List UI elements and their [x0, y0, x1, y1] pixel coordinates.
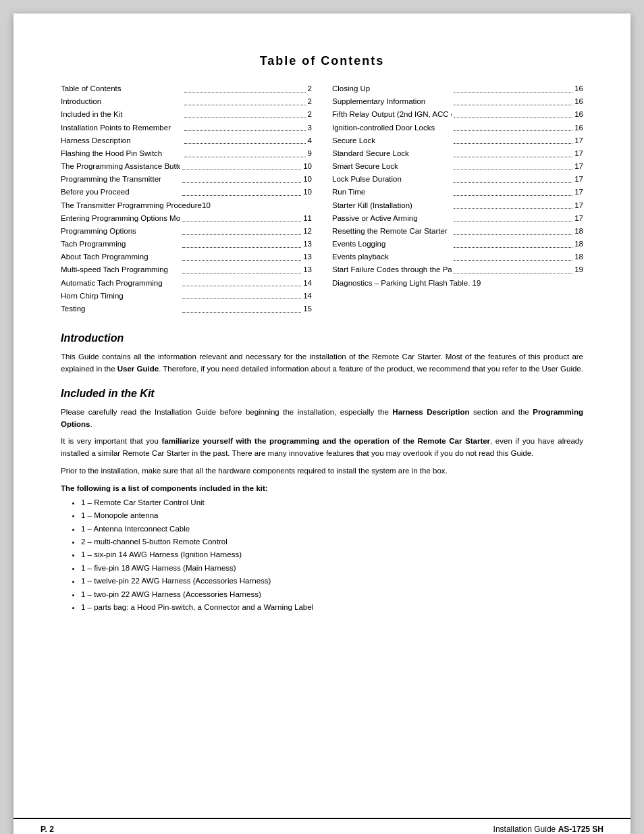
toc-dots: [184, 109, 306, 118]
toc-item-label: Programming Options: [61, 226, 180, 237]
toc-page-number: 2: [308, 109, 312, 120]
toc-item: Tach Programming13: [61, 238, 312, 250]
toc-page-number: 17: [574, 186, 583, 198]
toc-dots: [454, 174, 573, 183]
toc-page-number: 15: [303, 303, 312, 315]
toc-item-label: Standard Secure Lock: [332, 148, 452, 159]
list-item: 1 – Antenna Interconnect Cable: [81, 523, 583, 535]
toc-item-label: Fifth Relay Output (2nd IGN, ACC or CRAN…: [332, 109, 452, 120]
toc-item-label: Introduction: [61, 96, 182, 107]
toc-page-number: 9: [308, 148, 312, 159]
toc-item-label: Lock Pulse Duration: [332, 174, 452, 185]
toc-item-label: Secure Lock: [332, 135, 452, 147]
toc-dots: [184, 83, 306, 93]
toc-item: Secure Lock17: [332, 135, 583, 147]
toc-item: Passive or Active Arming17: [332, 213, 583, 224]
page-title: Table of Contents: [61, 54, 583, 68]
toc-dots: [182, 161, 302, 170]
list-item: 1 – parts bag: a Hood Pin-switch, a Conn…: [81, 601, 583, 613]
included-in-kit-title: Included in the Kit: [61, 388, 583, 400]
toc-dots: [182, 174, 302, 183]
toc-page-number: 19: [574, 264, 583, 276]
toc-dots: [182, 290, 302, 300]
toc-item-label: Before you Proceed: [61, 186, 180, 198]
toc-item: Supplementary Information16: [332, 96, 583, 107]
introduction-title: Introduction: [61, 332, 583, 344]
toc-item: Testing15: [61, 303, 312, 315]
toc-dots: [182, 278, 302, 287]
toc-item-label: Diagnostics – Parking Light Flash Table.…: [332, 278, 583, 289]
toc-item: Programming Options12: [61, 226, 312, 237]
page-footer: P. 2 Installation Guide AS-1725 SH: [14, 818, 630, 834]
toc-page-number: 3: [308, 122, 312, 134]
toc-page-number: 16: [574, 83, 583, 95]
toc-item: About Tach Programming13: [61, 251, 312, 263]
toc-page-number: 17: [574, 161, 583, 172]
toc-item: Standard Secure Lock17: [332, 148, 583, 159]
toc-page-number: 17: [574, 200, 583, 211]
toc-dots: [454, 83, 573, 93]
toc-page-number: 13: [303, 264, 312, 276]
toc-dots: [454, 135, 573, 145]
toc-item: Programming the Transmitter10: [61, 174, 312, 185]
toc-dots: [454, 238, 573, 248]
included-para3: Prior to the installation, make sure tha…: [61, 465, 583, 477]
toc-dots: [454, 109, 573, 118]
toc-item-label: Events Logging: [332, 238, 452, 250]
toc-item-label: Automatic Tach Programming: [61, 278, 180, 289]
toc-item-label: Resetting the Remote Car Starter: [332, 226, 452, 237]
toc-item: Lock Pulse Duration17: [332, 174, 583, 185]
footer-page-number: P. 2: [41, 825, 54, 834]
toc-item-label: Entering Programming Options Mode: [61, 213, 180, 224]
toc-dots: [182, 303, 302, 313]
toc-item: Automatic Tach Programming14: [61, 278, 312, 289]
toc-item-label: The Programming Assistance Button: [61, 161, 180, 172]
toc-item-label: Programming the Transmitter: [61, 174, 180, 185]
toc-item: Before you Proceed10: [61, 186, 312, 198]
toc-item: Resetting the Remote Car Starter18: [332, 226, 583, 237]
toc-page-number: 16: [574, 96, 583, 107]
toc-dots: [182, 226, 302, 235]
toc-item-label: Run Time: [332, 186, 452, 198]
toc-dots: [454, 148, 573, 157]
toc-dots: [454, 96, 573, 105]
toc-item-label: Closing Up: [332, 83, 452, 95]
toc-item: Start Failure Codes through the Parking …: [332, 264, 583, 276]
toc-item: The Programming Assistance Button10: [61, 161, 312, 172]
toc-page-number: 14: [303, 278, 312, 289]
toc-page-number: 17: [574, 148, 583, 159]
toc-page-number: 10: [303, 161, 312, 172]
list-item: 1 – twelve-pin 22 AWG Harness (Accessori…: [81, 575, 583, 587]
toc-item-label: Start Failure Codes through the Parking …: [332, 264, 452, 276]
toc-dots: [182, 186, 302, 196]
toc-item-label: About Tach Programming: [61, 251, 180, 263]
toc-item: Flashing the Hood Pin Switch9: [61, 148, 312, 159]
toc-page-number: 18: [574, 251, 583, 263]
toc-page-number: 16: [574, 122, 583, 134]
toc-item: Starter Kill (Installation)17: [332, 200, 583, 211]
toc-item: The Transmitter Programming Procedure10: [61, 200, 312, 211]
toc-item-label: Tach Programming: [61, 238, 180, 250]
footer-guide-info: Installation Guide AS-1725 SH: [493, 825, 603, 834]
toc-item-label: Starter Kill (Installation): [332, 200, 452, 211]
toc-dots: [454, 122, 573, 132]
toc-item-label: Multi-speed Tach Programming: [61, 264, 180, 276]
toc-item-label: Included in the Kit: [61, 109, 182, 120]
toc-item-label: Testing: [61, 303, 180, 315]
toc-item-label: Ignition-controlled Door Locks: [332, 122, 452, 134]
toc-page-number: 4: [308, 135, 312, 147]
toc-dots: [184, 148, 306, 157]
toc-page-number: 17: [574, 135, 583, 147]
included-para2: It is very important that you familiariz…: [61, 436, 583, 460]
toc-item-label: Passive or Active Arming: [332, 213, 452, 224]
toc-item: Horn Chirp Timing14: [61, 290, 312, 302]
toc-dots: [454, 226, 573, 235]
toc-item-label: Flashing the Hood Pin Switch: [61, 148, 182, 159]
toc-dots: [454, 200, 573, 209]
list-item: 2 – multi-channel 5-button Remote Contro…: [81, 536, 583, 548]
toc-dots: [454, 186, 573, 196]
toc-item: Installation Points to Remember3: [61, 122, 312, 134]
toc-item-label: Table of Contents: [61, 83, 182, 95]
toc-item-label: Supplementary Information: [332, 96, 452, 107]
toc-item: Included in the Kit2: [61, 109, 312, 120]
